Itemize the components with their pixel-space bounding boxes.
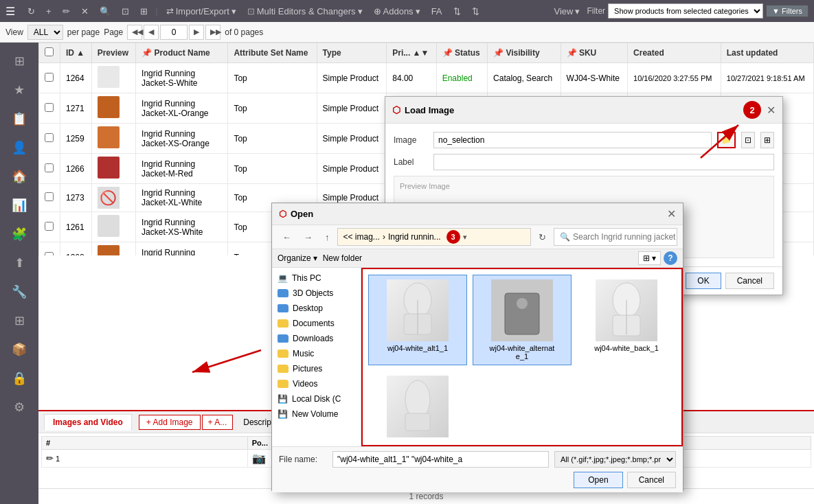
columns-button[interactable]: ⇅ [449,5,465,18]
col-product-name[interactable]: 📌 Product Name [136,43,228,63]
row-checkbox-cell[interactable] [39,184,60,212]
add-button[interactable]: + [42,5,56,18]
col-visibility[interactable]: 📌 Visibility [488,43,561,63]
sidebar-local-disk[interactable]: 💾 Local Disk (C [272,391,361,406]
sidebar-icon-products[interactable]: 📦 [0,336,38,363]
row-checkbox-cell[interactable] [39,63,60,93]
add-image-button[interactable]: + Add Image [139,415,201,430]
fa-button[interactable]: FA [427,5,446,18]
add-extra-button[interactable]: + A... [202,415,234,430]
col-attribute-set[interactable]: Attribute Set Name [228,43,317,63]
sidebar-videos[interactable]: Videos [272,376,361,391]
open-dialog-close-button[interactable]: ✕ [667,207,676,220]
multi-editors-button[interactable]: ⊡ Multi Editors & Changers ▾ [243,5,367,18]
sidebar-music[interactable]: Music [272,346,361,361]
row-checkbox-cell[interactable] [39,212,60,242]
copy-button[interactable]: ⊡ [117,5,133,18]
nav-back-button[interactable]: ← [278,230,296,244]
sidebar-icon-star[interactable]: ★ [0,77,38,103]
view-button[interactable]: View ▾ [550,5,584,18]
sidebar-icon-customers[interactable]: 👤 [0,135,38,161]
tab-images-video[interactable]: Images and Video [44,414,132,431]
organize-button[interactable]: Organize ▾ [278,253,317,263]
select-all-checkbox[interactable] [45,47,54,56]
image-option-btn3[interactable]: ⊞ [760,132,774,148]
row-checkbox-cell[interactable] [39,124,60,154]
col-created[interactable]: Created [628,43,721,63]
load-image-ok-button[interactable]: OK [686,273,721,289]
grid-button[interactable]: ⊞ [136,5,152,18]
sidebar-icon-dashboard[interactable]: ⊞ [0,48,38,74]
page-first-button[interactable]: ◀◀ [127,25,142,40]
image-option-btn2[interactable]: ⊡ [741,132,755,148]
col-status[interactable]: 📌 Status [436,43,487,63]
path-dropdown-button[interactable]: ▾ [463,233,467,242]
view-all-select[interactable]: ALL [27,25,63,40]
row-checkbox[interactable] [45,192,54,201]
sidebar-icon-grid2[interactable]: ⊞ [0,308,38,334]
new-folder-button[interactable]: New folder [323,253,362,263]
sidebar-icon-orders[interactable]: 📋 [0,106,38,132]
search-button[interactable]: 🔍 [95,5,115,18]
col-id[interactable]: ID ▲ [60,43,91,63]
page-last-button[interactable]: ▶▶ [205,25,221,40]
import-export-button[interactable]: ⇄ Import/Export ▾ [162,5,240,18]
image-input[interactable] [433,132,712,148]
file-item-1[interactable]: wj04-white_alt1_1 [368,275,467,365]
sidebar-3d-objects[interactable]: 3D Objects [272,286,361,301]
sort-button[interactable]: ⇅ [468,5,484,18]
sidebar-icon-upload[interactable]: ⬆ [0,250,38,276]
delete-button[interactable]: ✕ [77,5,93,18]
sidebar-desktop[interactable]: Desktop [272,301,361,316]
sidebar-this-pc[interactable]: 💻 This PC [272,271,361,286]
hamburger-menu[interactable]: ☰ [5,5,15,18]
refresh-button[interactable]: ↻ [23,5,39,18]
filetype-select[interactable]: All (*.gif;*.jpg;*.jpeg;*.bmp;*.pr [554,451,676,468]
path-breadcrumb[interactable]: << imag... › Ingrid runnin... 3 ▾ [337,228,532,246]
col-sku[interactable]: 📌 SKU [561,43,627,63]
sidebar-downloads[interactable]: Downloads [272,331,361,346]
filters-button[interactable]: ▼ Filters [766,5,809,17]
help-button[interactable]: ? [664,251,677,265]
browse-folder-button[interactable]: 📁 [717,132,736,148]
file-item-2[interactable]: wj04-white_alternate_1 [473,275,572,365]
load-image-close-button[interactable]: ✕ [767,104,776,117]
sidebar-pictures[interactable]: Pictures [272,361,361,376]
file-item-3[interactable]: wj04-white_back_1 [577,275,676,365]
row-checkbox[interactable] [45,252,54,256]
page-next-button[interactable]: ▶ [189,25,204,40]
row-checkbox[interactable] [45,103,54,112]
row-checkbox-cell[interactable] [39,93,60,124]
row-checkbox[interactable] [45,163,54,172]
row-checkbox[interactable] [45,222,54,231]
row-checkbox[interactable] [45,133,54,142]
sidebar-icon-tools[interactable]: 🔧 [0,279,38,305]
sidebar-documents[interactable]: Documents [272,316,361,331]
sidebar-icon-home[interactable]: 🏠 [0,163,38,190]
open-dialog-cancel-button[interactable]: Cancel [627,472,676,488]
edit-row-button[interactable]: ✏ [46,453,54,463]
open-button[interactable]: Open [574,472,622,488]
sidebar-icon-lock[interactable]: 🔒 [0,365,38,391]
page-number-input[interactable] [160,25,188,40]
col-updated[interactable]: Last updated [721,43,813,63]
nav-up-button[interactable]: ↑ [320,230,335,244]
edit-button[interactable]: ✏ [58,5,74,18]
col-checkbox[interactable] [39,43,60,63]
nav-refresh-button[interactable]: ↻ [534,230,551,244]
view-icons-button[interactable]: ⊞ ▾ [638,251,661,265]
filter-select[interactable]: Show products from selected categories [608,3,763,19]
sidebar-icon-reports[interactable]: 📊 [0,192,38,218]
nav-forward-button[interactable]: → [299,230,317,244]
sidebar-icon-puzzle[interactable]: 🧩 [0,221,38,247]
row-checkbox-cell[interactable] [39,154,60,184]
col-type[interactable]: Type [317,43,387,63]
sidebar-icon-settings[interactable]: ⚙ [0,394,38,420]
sidebar-new-volume[interactable]: 💾 New Volume [272,406,361,422]
addons-button[interactable]: ⊕ Addons ▾ [370,5,425,18]
row-checkbox[interactable] [45,73,54,82]
file-item-4[interactable] [368,371,467,445]
label-input[interactable] [433,154,774,170]
page-prev-button[interactable]: ◀ [144,25,159,40]
col-price[interactable]: Pri... ▲▼ [387,43,436,63]
